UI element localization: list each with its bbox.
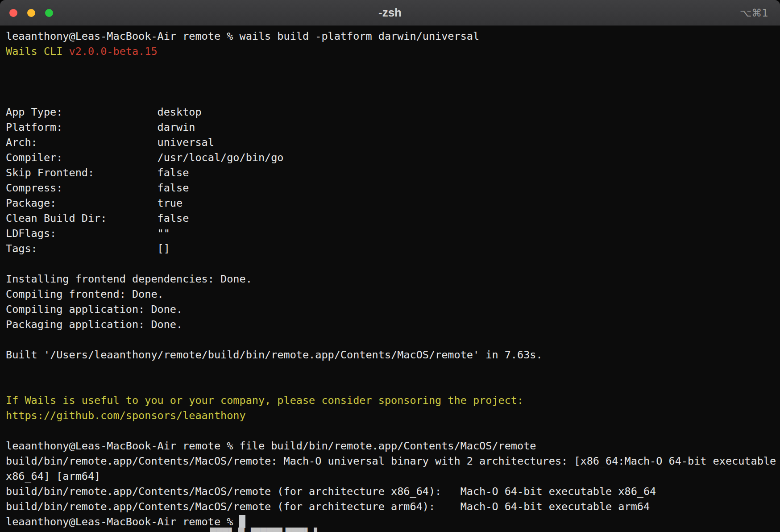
terminal-text: Built '/Users/leaanthony/remote/build/bi… bbox=[6, 349, 543, 361]
terminal-text: Compiling frontend: Done. bbox=[6, 288, 164, 300]
terminal-line bbox=[6, 378, 774, 393]
terminal-text: Arch: universal bbox=[6, 136, 214, 149]
terminal-text: App Type: desktop bbox=[6, 106, 202, 118]
block-cursor bbox=[239, 515, 245, 528]
terminal-line: build/bin/remote.app/Contents/MacOS/remo… bbox=[6, 453, 774, 469]
terminal-line bbox=[6, 332, 774, 347]
clipped-line-text: ▛▀▜▌▞▚▐▛▜▀▛▌▀▜▛▚▞ bbox=[210, 528, 317, 532]
terminal-line: https://github.com/sponsors/leaanthony bbox=[6, 408, 774, 423]
tab-shortcut-badge: ⌥⌘1 bbox=[740, 7, 768, 19]
close-button[interactable] bbox=[9, 9, 17, 17]
terminal-text: Package: true bbox=[6, 197, 183, 209]
terminal-line bbox=[6, 74, 774, 89]
terminal-text: If Wails is useful to you or your compan… bbox=[6, 394, 523, 407]
terminal-text: Platform: darwin bbox=[6, 121, 195, 133]
terminal-text: leaanthony@Leas-MacBook-Air remote % bbox=[6, 515, 239, 528]
traffic-lights bbox=[9, 9, 53, 17]
terminal-line bbox=[6, 256, 774, 271]
terminal-text: Compiler: /usr/local/go/bin/go bbox=[6, 151, 284, 164]
terminal-line: Package: true bbox=[6, 195, 774, 211]
terminal-line: LDFlags: "" bbox=[6, 226, 774, 241]
terminal-text: Skip Frontend: false bbox=[6, 166, 189, 179]
terminal-line bbox=[6, 59, 774, 74]
terminal-line: App Type: desktop bbox=[6, 104, 774, 120]
titlebar[interactable]: -zsh ⌥⌘1 bbox=[0, 0, 780, 26]
terminal-line: Arch: universal bbox=[6, 135, 774, 150]
terminal-line: Skip Frontend: false bbox=[6, 165, 774, 180]
terminal-line: Tags: [] bbox=[6, 241, 774, 256]
terminal-line bbox=[6, 89, 774, 104]
terminal-screen[interactable]: leaanthony@Leas-MacBook-Air remote % wai… bbox=[0, 26, 780, 532]
clipped-line-artifact: ▛▀▜▌▞▚▐▛▜▀▛▌▀▜▛▚▞ bbox=[210, 528, 326, 532]
terminal-text: LDFlags: "" bbox=[6, 227, 170, 240]
terminal-line: Installing frontend dependencies: Done. bbox=[6, 271, 774, 287]
terminal-line bbox=[6, 423, 774, 438]
terminal-text: build/bin/remote.app/Contents/MacOS/remo… bbox=[6, 500, 650, 513]
zoom-button[interactable] bbox=[45, 9, 53, 17]
terminal-line: leaanthony@Leas-MacBook-Air remote % wai… bbox=[6, 29, 774, 44]
terminal-line: Clean Build Dir: false bbox=[6, 211, 774, 226]
terminal-line: Compiling frontend: Done. bbox=[6, 287, 774, 302]
terminal-text: Compress: false bbox=[6, 182, 189, 194]
terminal-text: build/bin/remote.app/Contents/MacOS/remo… bbox=[6, 455, 776, 467]
terminal-line: x86_64] [arm64] bbox=[6, 469, 774, 484]
terminal-text: v2.0.0-beta.15 bbox=[69, 45, 157, 58]
terminal-line: If Wails is useful to you or your compan… bbox=[6, 393, 774, 408]
terminal-line: Compiler: /usr/local/go/bin/go bbox=[6, 150, 774, 165]
terminal-line: Compiling application: Done. bbox=[6, 302, 774, 317]
terminal-line: leaanthony@Leas-MacBook-Air remote % fil… bbox=[6, 438, 774, 453]
terminal-text: build/bin/remote.app/Contents/MacOS/remo… bbox=[6, 485, 656, 498]
terminal-text: Wails CLI bbox=[6, 45, 69, 58]
terminal-text: leaanthony@Leas-MacBook-Air remote % fil… bbox=[6, 440, 536, 452]
terminal-text: Packaging application: Done. bbox=[6, 318, 183, 331]
terminal-window: -zsh ⌥⌘1 leaanthony@Leas-MacBook-Air rem… bbox=[0, 0, 780, 532]
terminal-text: x86_64] [arm64] bbox=[6, 470, 100, 482]
terminal-line: Packaging application: Done. bbox=[6, 317, 774, 332]
terminal-line: Built '/Users/leaanthony/remote/build/bi… bbox=[6, 347, 774, 362]
terminal-line: leaanthony@Leas-MacBook-Air remote % bbox=[6, 514, 774, 529]
terminal-text: Compiling application: Done. bbox=[6, 303, 183, 316]
terminal-line bbox=[6, 362, 774, 378]
terminal-text: Clean Build Dir: false bbox=[6, 212, 189, 224]
terminal-line: Wails CLI v2.0.0-beta.15 bbox=[6, 44, 774, 59]
window-title: -zsh bbox=[0, 6, 780, 20]
terminal-line: build/bin/remote.app/Contents/MacOS/remo… bbox=[6, 499, 774, 514]
minimize-button[interactable] bbox=[27, 9, 35, 17]
terminal-text: Installing frontend dependencies: Done. bbox=[6, 273, 252, 285]
terminal-text: Tags: [] bbox=[6, 242, 170, 255]
terminal-line: build/bin/remote.app/Contents/MacOS/remo… bbox=[6, 484, 774, 499]
terminal-text: leaanthony@Leas-MacBook-Air remote % wai… bbox=[6, 30, 479, 42]
sponsor-url[interactable]: https://github.com/sponsors/leaanthony bbox=[6, 409, 246, 422]
terminal-line: Compress: false bbox=[6, 180, 774, 195]
terminal-line: Platform: darwin bbox=[6, 120, 774, 135]
